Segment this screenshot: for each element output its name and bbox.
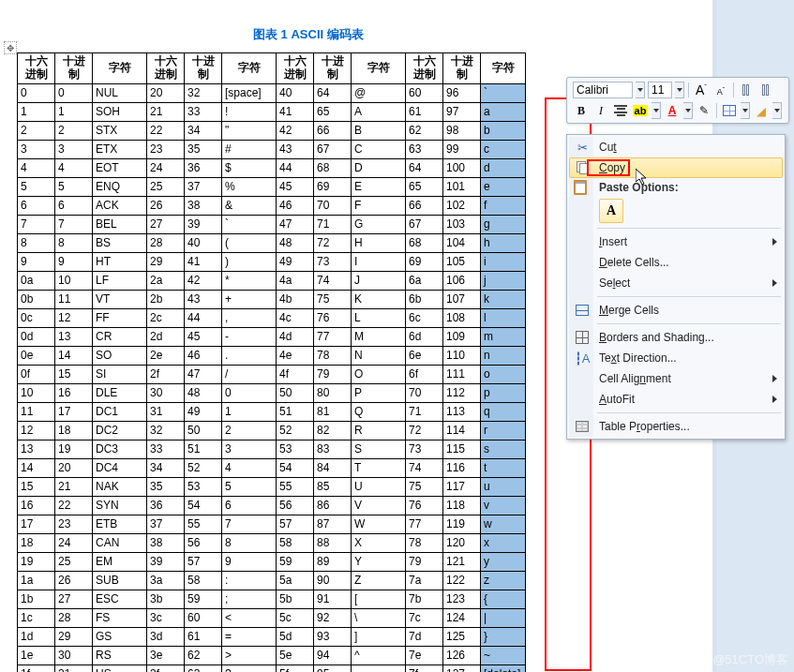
table-cell[interactable]: FS [93,608,147,627]
table-cell[interactable]: F [352,196,406,215]
table-cell[interactable]: 17 [55,402,93,421]
table-cell[interactable]: 3 [55,140,93,158]
table-cell[interactable]: 82 [314,421,352,440]
table-cell[interactable]: 6 [18,196,55,215]
table-cell[interactable]: % [222,177,277,196]
table-cell[interactable]: 60 [185,608,222,627]
font-size-combo[interactable]: 11 [648,82,672,98]
table-cell[interactable]: 3b [147,590,185,608]
table-cell[interactable]: 52 [185,458,222,477]
table-cell[interactable]: 75 [314,290,352,308]
table-cell[interactable]: 94 [314,646,352,665]
bold-button[interactable]: B [573,102,590,119]
table-cell[interactable]: 46 [185,346,222,365]
table-cell[interactable]: 7f [406,665,443,672]
menu-item-table-properties[interactable]: Table Properties... [569,416,783,437]
table-cell[interactable]: 77 [406,515,443,533]
table-cell[interactable]: 51 [185,440,222,458]
table-cell[interactable]: 61 [185,627,222,646]
table-cell[interactable]: L [352,308,406,327]
table-cell[interactable]: 14 [55,346,93,365]
table-cell[interactable]: 38 [147,533,185,552]
table-cell[interactable]: 120 [443,533,481,552]
table-cell[interactable]: 13 [18,440,55,458]
table-cell[interactable]: 1 [222,402,277,421]
table-cell[interactable]: 1 [55,102,93,121]
table-cell[interactable]: 0 [55,83,93,102]
table-cell[interactable]: 25 [147,177,185,196]
table-cell[interactable]: 83 [314,440,352,458]
selected-cell[interactable]: z [481,571,526,590]
table-cell[interactable]: 1 [18,102,55,121]
table-cell[interactable]: SUB [93,571,147,590]
table-cell[interactable]: 0a [18,271,55,290]
table-cell[interactable]: 98 [443,121,481,140]
table-cell[interactable]: 45 [185,327,222,346]
table-cell[interactable]: 63 [185,665,222,672]
table-cell[interactable]: 41 [185,252,222,271]
table-cell[interactable]: 28 [55,608,93,627]
table-cell[interactable]: DC3 [93,440,147,458]
table-cell[interactable]: 105 [443,252,481,271]
table-cell[interactable]: 49 [185,402,222,421]
selected-cell[interactable]: n [481,346,526,365]
table-cell[interactable]: US [93,665,147,672]
table-cell[interactable]: 99 [443,140,481,158]
menu-item-merge-cells[interactable]: Merge Cells [569,300,783,321]
table-cell[interactable]: 32 [147,421,185,440]
selected-cell[interactable]: u [481,477,526,496]
table-cell[interactable]: ] [352,627,406,646]
table-cell[interactable]: 72 [314,233,352,252]
table-cell[interactable]: 69 [406,252,443,271]
italic-button[interactable]: I [592,102,609,119]
table-cell[interactable]: 10 [18,383,55,402]
table-cell[interactable]: 17 [18,515,55,533]
table-cell[interactable]: 67 [314,140,352,158]
table-cell[interactable]: 70 [406,383,443,402]
table-cell[interactable]: V [352,496,406,515]
table-cell[interactable]: 7e [406,646,443,665]
shrink-font-button[interactable]: Aˇ [712,83,729,100]
table-cell[interactable]: / [222,365,277,383]
highlight-color-button[interactable]: ab [632,102,649,119]
table-cell[interactable]: ) [222,252,277,271]
menu-item-borders-shading[interactable]: Borders and Shading... [569,327,783,348]
table-cell[interactable]: ^ [352,646,406,665]
selected-cell[interactable]: b [481,121,526,140]
table-cell[interactable]: 47 [277,215,314,233]
font-color-dropdown-icon[interactable] [683,102,693,119]
table-cell[interactable]: 100 [443,158,481,177]
table-cell[interactable]: 58 [185,571,222,590]
table-cell[interactable]: SYN [93,496,147,515]
table-cell[interactable]: 78 [406,533,443,552]
table-cell[interactable]: A [352,102,406,121]
table-cell[interactable]: 79 [314,365,352,383]
table-cell[interactable]: 27 [147,215,185,233]
table-cell[interactable]: 73 [406,440,443,458]
table-cell[interactable]: T [352,458,406,477]
table-cell[interactable]: 36 [185,158,222,177]
selected-cell[interactable]: k [481,290,526,308]
table-cell[interactable]: 113 [443,402,481,421]
selected-cell[interactable]: w [481,515,526,533]
table-cell[interactable]: 18 [18,533,55,552]
table-cell[interactable]: 3c [147,608,185,627]
table-cell[interactable]: D [352,158,406,177]
table-cell[interactable]: K [352,290,406,308]
table-cell[interactable]: 43 [277,140,314,158]
table-cell[interactable]: 27 [55,590,93,608]
table-cell[interactable]: 0 [18,83,55,102]
selected-cell[interactable]: ~ [481,646,526,665]
table-cell[interactable]: 24 [55,533,93,552]
table-cell[interactable]: 9 [18,252,55,271]
table-cell[interactable]: 3 [18,140,55,158]
table-cell[interactable]: Z [352,571,406,590]
table-cell[interactable]: 3e [147,646,185,665]
table-cell[interactable]: 6c [406,308,443,327]
format-painter-button[interactable]: ✎ [696,102,712,119]
table-cell[interactable]: ( [222,233,277,252]
table-cell[interactable]: R [352,421,406,440]
table-cell[interactable]: 8 [18,233,55,252]
decrease-indent-button[interactable] [738,82,755,98]
table-cell[interactable]: 0b [18,290,55,308]
